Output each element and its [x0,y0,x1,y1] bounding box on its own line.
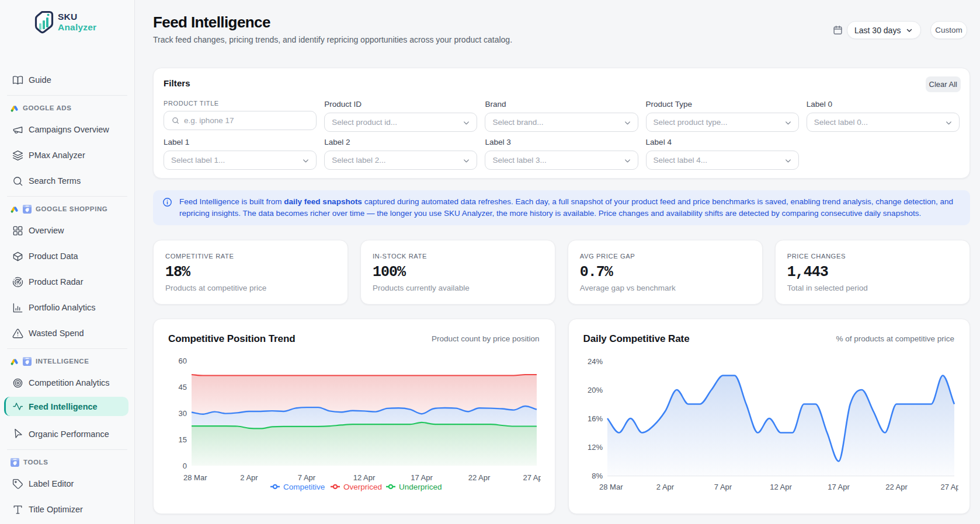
svg-text:27 Apr: 27 Apr [940,483,958,491]
svg-text:Competitive: Competitive [283,483,325,491]
svg-text:60: 60 [179,357,187,365]
svg-text:2 Apr: 2 Apr [656,483,674,491]
svg-text:0: 0 [183,462,187,470]
svg-text:7 Apr: 7 Apr [714,483,732,491]
svg-text:Underpriced: Underpriced [399,483,442,491]
svg-text:24%: 24% [587,357,602,366]
svg-text:7 Apr: 7 Apr [298,473,316,482]
svg-text:15: 15 [179,435,187,444]
svg-text:12 Apr: 12 Apr [770,483,792,491]
svg-text:28 Mar: 28 Mar [599,483,623,491]
svg-text:2 Apr: 2 Apr [240,473,258,482]
svg-text:22 Apr: 22 Apr [885,483,908,491]
svg-text:20%: 20% [587,386,602,394]
svg-text:16%: 16% [587,414,602,423]
svg-text:Overpriced: Overpriced [343,483,382,491]
svg-text:45: 45 [179,383,187,392]
svg-text:30: 30 [179,409,187,418]
svg-text:28 Mar: 28 Mar [183,473,207,482]
svg-text:17 Apr: 17 Apr [828,483,850,491]
svg-text:22 Apr: 22 Apr [468,473,491,482]
svg-text:27 Apr: 27 Apr [523,473,541,482]
svg-text:12 Apr: 12 Apr [353,473,376,482]
svg-text:17 Apr: 17 Apr [411,473,433,482]
svg-text:8%: 8% [592,471,603,480]
svg-text:12%: 12% [587,443,602,452]
